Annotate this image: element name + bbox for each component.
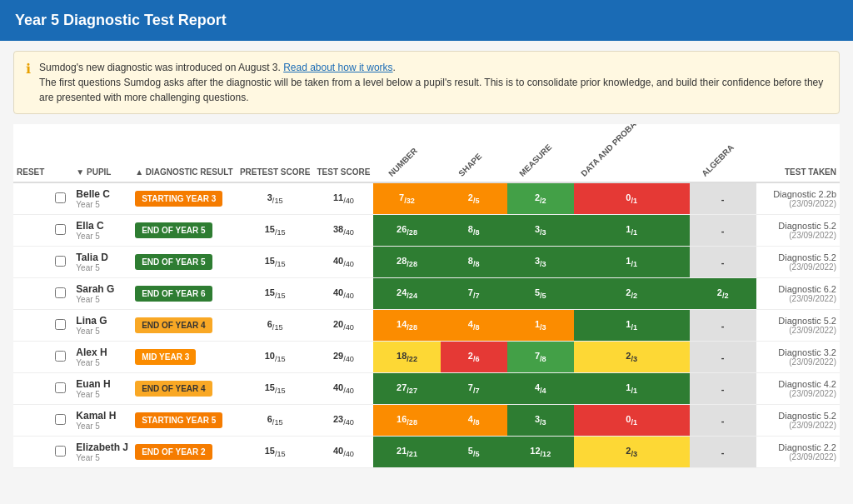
table-row: Kamal HYear 5STARTING YEAR 56/1523/4016/… (13, 405, 840, 437)
pupil-name: Belle C (76, 188, 128, 200)
test-taken-name: Diagnostic 5.2 (760, 411, 836, 421)
table-row: Alex HYear 5MID YEAR 310/1529/4018/222/6… (13, 342, 840, 373)
pretest-score-cell: 15/15 (237, 247, 314, 278)
test-taken-date: (23/09/2022) (760, 262, 836, 272)
checkbox-cell[interactable] (47, 310, 72, 342)
reset-cell (13, 437, 47, 468)
shape-cell: 7/7 (441, 278, 507, 310)
test-taken-date: (23/09/2022) (760, 199, 836, 208)
test-score-cell: 40/40 (313, 278, 373, 310)
diagnostic-badge: END OF YEAR 4 (135, 381, 212, 397)
shape-cell: 4/8 (441, 405, 507, 437)
pretest-score-cell: 10/15 (237, 342, 314, 373)
shape-cell: 7/7 (441, 373, 507, 405)
pupil-name: Elizabeth J (76, 442, 128, 453)
pupil-year: Year 5 (76, 232, 128, 241)
data-probability-cell: 1/1 (574, 373, 690, 405)
pretest-score-cell: 15/15 (237, 215, 314, 247)
row-checkbox[interactable] (55, 287, 66, 298)
measure-cell: 7/8 (507, 342, 574, 373)
table-row: Lina GYear 5END OF YEAR 46/1520/4014/284… (13, 310, 840, 342)
algebra-cell: 2/2 (690, 278, 756, 310)
pupil-year: Year 5 (76, 453, 128, 462)
algebra-header: ALGEBRA (690, 124, 756, 182)
test-taken-date: (23/09/2022) (760, 294, 836, 303)
shape-cell: 2/6 (441, 342, 507, 373)
test-taken-cell: Diagnostic 5.2(23/09/2022) (756, 310, 840, 342)
pupil-cell: Ella CYear 5 (72, 215, 132, 247)
table-row: Ella CYear 5END OF YEAR 515/1538/4026/28… (13, 215, 840, 247)
row-checkbox[interactable] (55, 446, 66, 457)
checkbox-cell[interactable] (47, 373, 72, 405)
test-taken-date: (23/09/2022) (760, 389, 836, 398)
reset-header: RESET (13, 124, 47, 182)
pupil-year: Year 5 (76, 200, 128, 209)
checkbox-cell[interactable] (47, 342, 72, 373)
test-score-cell: 38/40 (313, 215, 373, 247)
data-probability-cell: 0/1 (574, 405, 690, 437)
measure-cell: 12/12 (507, 437, 574, 468)
pretest-score-cell: 15/15 (237, 373, 314, 405)
test-taken-date: (23/09/2022) (760, 421, 836, 430)
row-checkbox[interactable] (55, 256, 66, 267)
test-taken-name: Diagnostic 3.2 (760, 347, 836, 357)
diagnostic-badge: STARTING YEAR 5 (135, 412, 222, 428)
checkbox-cell[interactable] (47, 405, 72, 437)
data-probability-cell: 1/1 (574, 247, 690, 278)
diagnostic-result-cell: END OF YEAR 4 (132, 373, 237, 405)
row-checkbox[interactable] (55, 224, 66, 235)
checkbox-cell[interactable] (47, 437, 72, 468)
row-checkbox[interactable] (55, 192, 66, 203)
info-link[interactable]: Read about how it works (283, 62, 392, 73)
data-probability-header: DATA AND PROBABILITY (574, 124, 690, 182)
info-icon: ℹ (26, 61, 31, 105)
reset-cell (13, 310, 47, 342)
test-taken-name: Diagnostic 2.2 (760, 442, 836, 452)
reset-cell (13, 215, 47, 247)
checkbox-cell[interactable] (47, 278, 72, 310)
number-cell: 26/28 (373, 215, 440, 247)
pretest-score-cell: 15/15 (237, 437, 314, 468)
test-taken-name: Diagnostic 5.2 (760, 252, 836, 262)
shape-cell: 4/8 (441, 310, 507, 342)
test-taken-cell: Diagnostic 2.2(23/09/2022) (756, 437, 840, 468)
pupil-header[interactable]: ▼ PUPIL (72, 124, 132, 182)
algebra-cell: - (690, 310, 756, 342)
data-probability-cell: 1/1 (574, 215, 690, 247)
test-taken-header: TEST TAKEN (756, 124, 840, 182)
pupil-name: Kamal H (76, 410, 128, 422)
test-taken-date: (23/09/2022) (760, 452, 836, 462)
diagnostic-badge: MID YEAR 3 (135, 349, 196, 365)
diagnostic-result-cell: END OF YEAR 2 (132, 437, 237, 468)
row-checkbox[interactable] (55, 351, 66, 362)
diagnostic-result-cell: END OF YEAR 5 (132, 247, 237, 278)
data-probability-cell: 2/3 (574, 342, 690, 373)
test-taken-name: Diagnostic 5.2 (760, 221, 836, 231)
test-score-cell: 11/40 (313, 182, 373, 215)
shape-cell: 8/8 (441, 215, 507, 247)
row-checkbox[interactable] (55, 319, 66, 330)
number-cell: 16/28 (373, 405, 440, 437)
table-row: Belle CYear 5STARTING YEAR 33/1511/407/3… (13, 182, 840, 215)
checkbox-cell[interactable] (47, 247, 72, 278)
checkbox-cell[interactable] (47, 182, 72, 215)
test-taken-name: Diagnostic 6.2 (760, 284, 836, 294)
algebra-cell: - (690, 405, 756, 437)
row-checkbox[interactable] (55, 414, 66, 425)
test-taken-cell: Diagnostic 2.2b(23/09/2022) (756, 182, 840, 215)
pretest-score-cell: 15/15 (237, 278, 314, 310)
test-taken-date: (23/09/2022) (760, 326, 836, 335)
info-box: ℹ Sumdog's new diagnostic was introduced… (13, 51, 840, 114)
diagnostic-badge: END OF YEAR 6 (135, 286, 212, 302)
checkbox-cell[interactable] (47, 215, 72, 247)
measure-cell: 3/3 (507, 405, 574, 437)
diagnostic-result-header[interactable]: ▲ DIAGNOSTIC RESULT (132, 124, 237, 182)
row-checkbox[interactable] (55, 382, 66, 393)
measure-cell: 3/3 (507, 215, 574, 247)
algebra-cell: - (690, 437, 756, 468)
measure-header: MEASURE (507, 124, 574, 182)
measure-cell: 2/2 (507, 182, 574, 215)
number-cell: 14/28 (373, 310, 440, 342)
table-row: Sarah GYear 5END OF YEAR 615/1540/4024/2… (13, 278, 840, 310)
measure-cell: 4/4 (507, 373, 574, 405)
